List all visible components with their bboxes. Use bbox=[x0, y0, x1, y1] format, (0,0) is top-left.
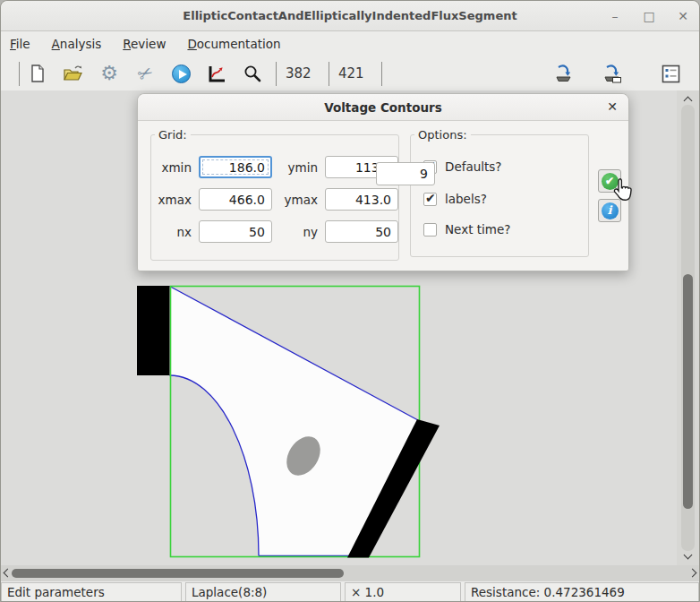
play-icon bbox=[172, 64, 191, 83]
checklist-icon bbox=[662, 64, 680, 83]
run-button[interactable] bbox=[163, 60, 199, 87]
ok-button[interactable]: ✔ bbox=[598, 169, 621, 193]
nx-field[interactable] bbox=[199, 220, 272, 243]
scroll-down-icon[interactable] bbox=[684, 551, 693, 560]
menu-review[interactable]: Review bbox=[121, 34, 167, 54]
options-legend: Options: bbox=[414, 128, 471, 142]
window-controls: – □ ✕ bbox=[608, 1, 690, 31]
scroll-up-icon[interactable] bbox=[684, 97, 693, 106]
status-resistance: Resistance: 0.472361469 bbox=[465, 582, 699, 602]
menu-bar: File Analysis Review Documentation bbox=[1, 31, 699, 56]
grid-legend: Grid: bbox=[155, 128, 191, 142]
settings-button[interactable]: ⚙ bbox=[91, 60, 127, 87]
flux-region bbox=[170, 287, 440, 558]
next-time-label: Next time? bbox=[445, 222, 510, 236]
nx-label: nx bbox=[151, 225, 192, 239]
dialog-title: Voltage Contours bbox=[324, 100, 442, 115]
report-options-button[interactable] bbox=[653, 60, 688, 87]
window-title: EllipticContactAndEllipticallyIndentedFl… bbox=[183, 9, 516, 22]
dialog-close-button[interactable]: ✕ bbox=[607, 100, 618, 113]
toolbar-right-group bbox=[545, 60, 688, 87]
labels-label: labels? bbox=[445, 192, 487, 206]
cursor-y-readout: 421 bbox=[329, 65, 381, 82]
checkmark-icon: ✔ bbox=[425, 191, 436, 205]
vertical-scroll-thumb[interactable] bbox=[683, 274, 693, 509]
left-contact bbox=[137, 286, 170, 375]
voltage-contours-dialog: Voltage Contours ✕ Grid: xmin ymin xmax … bbox=[137, 93, 629, 271]
ny-field[interactable] bbox=[325, 220, 398, 243]
save-disk-icon bbox=[553, 64, 574, 83]
new-document-icon bbox=[28, 64, 47, 83]
minimize-button[interactable]: – bbox=[608, 10, 622, 22]
horizontal-scroll-thumb[interactable] bbox=[12, 569, 344, 578]
xmin-label: xmin bbox=[151, 160, 192, 175]
status-zoom: × 1.0 bbox=[345, 582, 461, 602]
xmax-field[interactable] bbox=[199, 188, 272, 211]
menu-file[interactable]: File bbox=[8, 34, 32, 54]
horizontal-scrollbar[interactable] bbox=[1, 565, 699, 581]
status-bar: Edit parameters Laplace(8:8) × 1.0 Resis… bbox=[1, 581, 699, 602]
vertical-scrollbar[interactable] bbox=[677, 90, 699, 565]
menu-analysis[interactable]: Analysis bbox=[50, 34, 104, 54]
scroll-right-icon[interactable] bbox=[688, 569, 697, 578]
save-results-button[interactable] bbox=[545, 60, 581, 87]
ny-label: ny bbox=[283, 225, 318, 239]
cut-button[interactable]: ✂ bbox=[127, 60, 163, 87]
save-results-as-button[interactable] bbox=[593, 60, 629, 87]
ymax-label: ymax bbox=[283, 193, 318, 207]
labels-checkbox[interactable]: ✔ bbox=[423, 193, 437, 206]
toolbar: ⚙ ✂ 382 421 bbox=[1, 56, 699, 90]
grid-fieldset: Grid: xmin ymin xmax ymax nx ny bbox=[150, 128, 399, 261]
defaults-count-field[interactable] bbox=[376, 162, 435, 185]
ok-check-icon: ✔ bbox=[602, 173, 619, 190]
defaults-label: Defaults? bbox=[445, 159, 502, 174]
options-fieldset: Options: ✔ Defaults? ✔ labels? Next time… bbox=[410, 128, 589, 257]
status-solver: Laplace(8:8) bbox=[185, 582, 341, 602]
menu-documentation[interactable]: Documentation bbox=[185, 34, 282, 54]
cursor-x-readout: 382 bbox=[277, 65, 329, 82]
gear-icon: ⚙ bbox=[100, 64, 118, 83]
maximize-button[interactable]: □ bbox=[642, 10, 656, 22]
xmin-field[interactable] bbox=[199, 156, 272, 178]
ymin-label: ymin bbox=[283, 160, 318, 175]
scissors-icon: ✂ bbox=[134, 62, 156, 85]
xmax-label: xmax bbox=[151, 193, 192, 207]
status-mode: Edit parameters bbox=[1, 582, 182, 602]
info-button[interactable]: i bbox=[598, 199, 621, 222]
save-disk-plus-icon bbox=[602, 64, 622, 83]
dialog-titlebar[interactable]: Voltage Contours ✕ bbox=[138, 94, 628, 121]
open-folder-icon bbox=[63, 64, 84, 83]
next-time-checkbox[interactable] bbox=[423, 223, 437, 236]
magnifier-icon bbox=[243, 64, 262, 83]
info-icon: i bbox=[602, 202, 619, 219]
toolbar-separator bbox=[381, 62, 382, 86]
open-file-button[interactable] bbox=[55, 60, 91, 87]
results-chart-button[interactable] bbox=[199, 60, 235, 87]
scroll-left-icon[interactable] bbox=[4, 569, 13, 578]
dialog-side-buttons: ✔ i bbox=[598, 169, 621, 222]
chart-icon bbox=[207, 64, 226, 83]
ymax-field[interactable] bbox=[325, 188, 398, 211]
window-titlebar[interactable]: EllipticContactAndEllipticallyIndentedFl… bbox=[1, 1, 699, 31]
zoom-tool-button[interactable] bbox=[235, 60, 270, 87]
app-window: EllipticContactAndEllipticallyIndentedFl… bbox=[0, 0, 700, 602]
close-button[interactable]: ✕ bbox=[676, 10, 690, 22]
new-document-button[interactable] bbox=[20, 60, 55, 87]
